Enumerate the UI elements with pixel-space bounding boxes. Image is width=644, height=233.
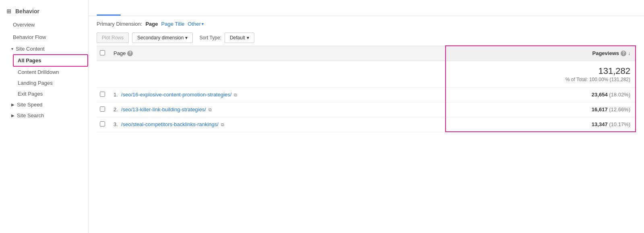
sidebar-item-all-pages[interactable]: All Pages [13, 54, 88, 67]
sort-default-arrow: ▾ [247, 35, 249, 41]
row-checkbox-cell [97, 117, 109, 132]
total-value: 131,282 [451, 66, 630, 76]
sidebar-item-exit-pages[interactable]: Exit Pages [0, 88, 88, 99]
pageviews-value: 16,617 [592, 106, 608, 112]
sort-default-button[interactable]: Default ▾ [225, 33, 254, 43]
page-external-icon[interactable]: ⧉ [208, 107, 212, 112]
page-link[interactable]: /seo/16-explosive-content-promotion-stra… [121, 92, 232, 98]
sidebar-section-behavior[interactable]: ⊞ Behavior [0, 4, 88, 18]
pageviews-value: 23,654 [592, 92, 608, 98]
sidebar-item-content-drilldown[interactable]: Content Drilldown [0, 67, 88, 78]
sidebar-section-label: Behavior [15, 8, 39, 14]
th-checkbox [97, 46, 109, 61]
page-link[interactable]: /seo/13-killer-link-building-strategies/ [121, 106, 206, 112]
site-search-arrow: ▶ [11, 113, 14, 118]
toolbar: Plot Rows Secondary dimension ▾ Sort Typ… [89, 30, 644, 45]
site-speed-arrow: ▶ [11, 102, 14, 107]
pd-other-dropdown[interactable]: Other ▾ [188, 21, 204, 27]
table-row: 2./seo/13-killer-link-building-strategie… [97, 102, 636, 117]
pageviews-help-icon[interactable]: ? [621, 51, 626, 56]
table-row: 3./seo/steal-competitors-backlinks-ranki… [97, 117, 636, 132]
pageviews-pct: (18.02%) [609, 92, 630, 98]
page-external-icon[interactable]: ⧉ [221, 122, 224, 127]
pd-page-title-link[interactable]: Page Title [160, 21, 186, 27]
pageviews-cell: 23,654 (18.02%) [446, 87, 636, 102]
pageviews-pct: (12.66%) [609, 106, 630, 112]
sidebar-item-behavior-flow[interactable]: Behavior Flow [0, 31, 88, 43]
pageviews-value: 13,347 [592, 121, 608, 127]
pageviews-cell: 13,347 (10.17%) [446, 117, 636, 132]
sidebar-item-overview[interactable]: Overview [0, 18, 88, 31]
primary-dimension-bar: Primary Dimension: Page Page Title Other… [89, 16, 644, 30]
page-cell: 3./seo/steal-competitors-backlinks-ranki… [109, 117, 446, 132]
table-row: 1./seo/16-explosive-content-promotion-st… [97, 87, 636, 102]
th-pageviews-label: Pageviews [592, 50, 619, 56]
page-help-icon[interactable]: ? [127, 51, 133, 56]
page-number: 2. [114, 106, 118, 112]
page-cell: 2./seo/13-killer-link-building-strategie… [109, 102, 446, 117]
pd-other-arrow: ▾ [202, 22, 204, 26]
row-checkbox-cell [97, 102, 109, 117]
sort-type-label: Sort Type: [199, 35, 221, 41]
sidebar-item-site-content[interactable]: ▾ Site Content [0, 43, 88, 54]
primary-dimension-label: Primary Dimension: [97, 21, 142, 27]
site-content-arrow: ▾ [11, 47, 13, 51]
sidebar: ⊞ Behavior Overview Behavior Flow ▾ Site… [0, 0, 89, 233]
top-bar-line [97, 14, 121, 16]
page-number: 1. [114, 92, 118, 98]
summary-row: 131,282 % of Total: 100.00% (131,282) [97, 61, 636, 87]
select-all-checkbox[interactable] [100, 50, 105, 55]
page-cell: 1./seo/16-explosive-content-promotion-st… [109, 87, 446, 102]
row-checkbox[interactable] [100, 106, 105, 112]
page-link[interactable]: /seo/steal-competitors-backlinks-ranking… [121, 121, 219, 127]
row-checkbox[interactable] [100, 92, 105, 97]
row-checkbox-cell [97, 87, 109, 102]
row-checkbox[interactable] [100, 121, 105, 127]
summary-page-cell [109, 61, 446, 87]
summary-pageviews-cell: 131,282 % of Total: 100.00% (131,282) [446, 61, 636, 87]
page-external-icon[interactable]: ⧉ [234, 92, 237, 98]
page-number: 3. [114, 121, 118, 127]
pd-page-active: Page [145, 21, 158, 27]
summary-checkbox-cell [97, 61, 109, 87]
sidebar-item-landing-pages[interactable]: Landing Pages [0, 78, 88, 88]
data-table: Page ? Pageviews ? ↓ [97, 45, 636, 132]
sort-default-label: Default [230, 35, 245, 41]
table-container: Page ? Pageviews ? ↓ [89, 45, 644, 233]
sidebar-item-site-search[interactable]: ▶ Site Search [0, 110, 88, 121]
th-page-label: Page [114, 50, 126, 56]
top-bar [89, 0, 644, 16]
secondary-dim-arrow: ▾ [185, 35, 188, 41]
grid-icon: ⊞ [6, 8, 11, 14]
main-content: Primary Dimension: Page Page Title Other… [89, 0, 644, 233]
pd-other-label: Other [188, 21, 201, 27]
total-percent: % of Total: 100.00% (131,282) [566, 77, 630, 82]
secondary-dimension-button[interactable]: Secondary dimension ▾ [132, 33, 193, 43]
sort-arrow[interactable]: ↓ [628, 51, 630, 56]
pageviews-pct: (10.17%) [609, 121, 630, 127]
pageviews-cell: 16,617 (12.66%) [446, 102, 636, 117]
sidebar-item-site-speed[interactable]: ▶ Site Speed [0, 99, 88, 110]
plot-rows-button[interactable]: Plot Rows [97, 33, 129, 43]
secondary-dim-label: Secondary dimension [137, 35, 184, 41]
th-page: Page ? [109, 46, 446, 61]
th-pageviews: Pageviews ? ↓ [446, 46, 636, 61]
